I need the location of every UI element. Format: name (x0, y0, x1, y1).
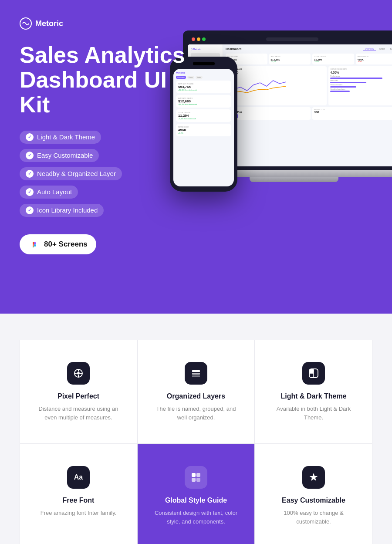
conversion-add-cart: Add to cart (330, 80, 392, 81)
metoric-logo-icon (20, 17, 32, 30)
feature-item-light-dark: ✓ Light & Dark Theme (20, 131, 194, 144)
add-to-cart-bar (330, 82, 366, 83)
font-icon: Aa (74, 473, 83, 481)
feature-text-organized: Neadby & Organized Layer (37, 170, 116, 177)
hero-title: Sales Analytics Dashboard UI Kit (20, 43, 194, 118)
dashboard-metric-cards: NET INCOME $53,765 +$2,156 AVG SALES $12… (226, 54, 392, 64)
svg-rect-9 (192, 370, 200, 372)
feature-card-organized-layers: Organized Layers The file is named, grou… (137, 340, 255, 444)
feature-badge-easy-customize: ✓ Easy Customizable (20, 149, 99, 162)
style-guide-icon (190, 472, 202, 483)
pixel-perfect-icon-box (67, 362, 90, 385)
tab-sales: Sales (388, 47, 392, 51)
svg-rect-13 (309, 369, 314, 373)
dashboard-main-title: Dashboard (226, 47, 242, 51)
feature-item-icon-library: ✓ Icon Library Included (20, 204, 194, 217)
dashboard-bottom-row: UPGRADE Premium Plan Upgrade PRODUCT LIS… (226, 107, 392, 120)
conversion-rate-panel: CONVERSION RATE 4.55% Product views Add … (328, 66, 392, 105)
dashboard-charts-row: OVERALL SALES $83,125 CONVERSION RATE (226, 66, 392, 105)
conversion-product-views: Product views (330, 75, 392, 77)
completed-purchases-bar (330, 91, 350, 92)
svg-rect-15 (196, 473, 200, 477)
organized-layers-desc: The file is named, grouped, and well org… (151, 405, 241, 422)
easy-customizable-desc: 100% easy to change & customizable. (268, 509, 359, 526)
check-icon-easy-customize: ✓ (26, 152, 34, 159)
metric-impression-label: IMPRESSION (358, 55, 392, 57)
conversion-checkout: Checkout initiated (330, 84, 392, 86)
hero-content: Sales Analytics Dashboard UI Kit ✓ Light… (20, 43, 194, 272)
global-style-title: Global Style Guide (165, 497, 227, 504)
pixel-perfect-desc: Distance and measure using an even multi… (33, 405, 124, 422)
plan-name: Premium Plan (227, 111, 309, 113)
metric-card-impression: IMPRESSION 456K -89.4K (356, 54, 392, 64)
ruler-icon (73, 368, 84, 379)
customize-icon (308, 472, 319, 483)
brand-name: Metoric (35, 19, 63, 28)
feature-text-icon-library: Icon Library Included (37, 206, 98, 214)
pixel-perfect-title: Pixel Perfect (57, 392, 99, 400)
checkout-bar (330, 86, 356, 88)
feature-item-auto-layout: ✓ Auto Layout (20, 186, 194, 199)
free-font-title: Free Font (63, 497, 95, 504)
product-views-bar (330, 78, 382, 79)
layers-icon (190, 368, 202, 379)
easy-customizable-icon-box (302, 466, 325, 489)
laptop-stand (250, 177, 338, 182)
conversion-completed: Completed purchases (330, 88, 392, 90)
check-icon-icon-library: ✓ (26, 206, 34, 214)
check-icon-light-dark: ✓ (26, 133, 34, 141)
overall-sales-chart: OVERALL SALES $83,125 (226, 66, 327, 105)
overall-sales-value: $83,125 (227, 71, 325, 74)
phone-notch (193, 62, 215, 65)
screens-count: 80+ Screens (44, 240, 88, 249)
feature-card-light-dark: Light & Dark Theme Available in both Lig… (255, 340, 372, 444)
metric-avg-sales-change: +$2,156 (271, 61, 309, 63)
feature-badge-light-dark: ✓ Light & Dark Theme (20, 131, 101, 144)
phone-tab-sales: Sales (196, 76, 203, 79)
maximize-dot (202, 37, 206, 41)
light-dark-title: Light & Dark Theme (280, 392, 346, 400)
sales-chart-svg (227, 74, 325, 96)
theme-icon (308, 368, 319, 379)
metric-total-order-change: +1,450 (314, 61, 352, 63)
global-style-desc: Consistent design with text, color style… (151, 509, 241, 526)
upgrade-plan-card: UPGRADE Premium Plan Upgrade (226, 107, 311, 120)
metric-total-order-label: TOTAL ORDER (314, 55, 352, 57)
feature-item-easy-customize: ✓ Easy Customizable (20, 149, 194, 162)
metric-card-avg-sales: AVG SALES $12,680 +$2,156 (269, 54, 311, 64)
dashboard-nav-tabs: Overview Order Sales (363, 47, 392, 51)
minimize-dot (197, 37, 200, 41)
product-count: 390 (314, 111, 392, 114)
feature-badge-organized: ✓ Neadby & Organized Layer (20, 167, 122, 180)
feature-card-pixel-perfect: Pixel Perfect Distance and measure using… (20, 340, 137, 444)
global-style-icon-box (185, 466, 207, 489)
svg-point-8 (77, 372, 80, 375)
feature-text-easy-customize: Easy Customizable (37, 152, 93, 159)
tab-overview: Overview (363, 47, 376, 51)
laptop-window-controls (192, 37, 206, 41)
feature-badge-auto-layout: ✓ Auto Layout (20, 186, 78, 199)
product-list-card: PRODUCT LIST 390 (312, 107, 392, 120)
check-icon-organized: ✓ (26, 170, 34, 178)
free-font-desc: Free amazing font Inter family. (41, 509, 117, 517)
light-dark-icon-box (302, 362, 325, 385)
conversion-rate-value: 4.55% (330, 71, 392, 74)
close-dot (192, 37, 195, 41)
conversion-rate-label: CONVERSION RATE (330, 68, 392, 70)
feature-text-light-dark: Light & Dark Theme (37, 133, 95, 141)
features-list: ✓ Light & Dark Theme ✓ Easy Customizable… (20, 131, 194, 217)
organized-layers-title: Organized Layers (167, 392, 225, 400)
features-grid: Pixel Perfect Distance and measure using… (20, 340, 372, 544)
figma-icon (28, 239, 40, 250)
tab-order: Order (378, 47, 387, 51)
svg-point-2 (34, 244, 36, 247)
check-icon-auto-layout: ✓ (26, 188, 34, 196)
metric-income-label: NET INCOME (227, 55, 266, 57)
metric-impression-change: -89.4K (358, 61, 392, 63)
overall-sales-title: OVERALL SALES (227, 68, 325, 70)
feature-card-global-style: Global Style Guide Consistent design wit… (137, 444, 255, 544)
laptop-url-bar (266, 37, 318, 41)
laptop-topbar (188, 36, 392, 43)
feature-card-free-font: Aa Free Font Free amazing font Inter fam… (20, 444, 137, 544)
bottom-section: Pixel Perfect Distance and measure using… (0, 314, 392, 544)
